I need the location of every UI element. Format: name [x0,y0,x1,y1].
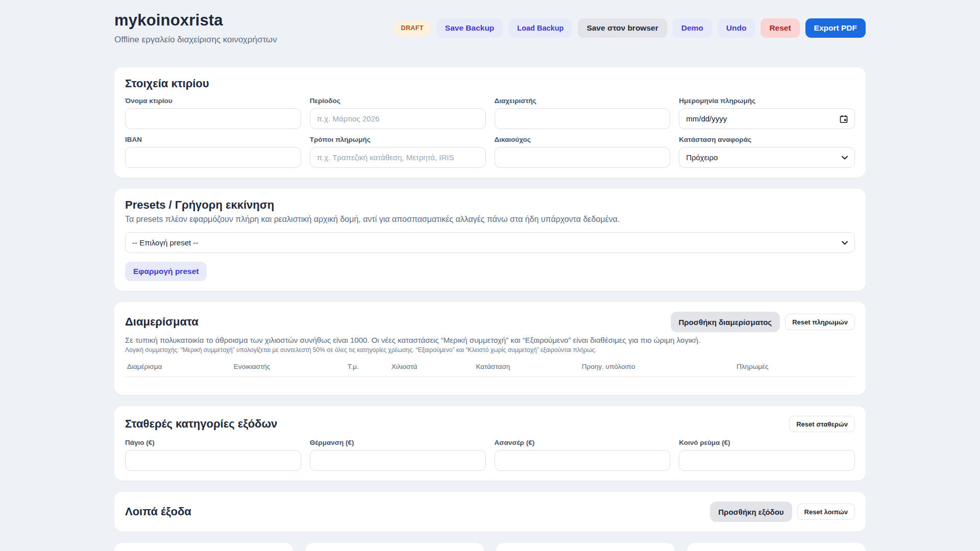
common-electricity-field: Κοινό ρεύμα (€) [679,439,855,471]
iban-input[interactable] [125,147,301,168]
payment-date-label: Ημερομηνία πληρωμής [679,97,855,105]
heating-input[interactable] [310,450,486,471]
apartments-head-buttons: Προσθήκη διαμερίσματος Reset πληρωμών [671,312,855,332]
building-card-title: Στοιχεία κτιρίου [125,77,855,90]
payment-date-value: mm/dd/yyyy [686,114,727,123]
reset-button[interactable]: Reset [761,18,799,38]
column-header-payments: Πληρωμές [734,361,855,377]
preset-select-value: -- Επιλογή preset -- [132,238,198,247]
fixed-expenses-card-head: Σταθερές κατηγορίες εξόδων Reset σταθερώ… [125,416,855,432]
elevator-field: Ασανσέρ (€) [495,439,671,471]
apartments-table-header-row: Διαμέρισμα Ενοικιαστής Τ.μ. Χιλιοστά Κατ… [125,361,855,377]
building-name-field: Όνομα κτιρίου [125,97,301,129]
app-header-text: mykoinoxrista Offline εργαλείο διαχείρισ… [114,11,277,45]
iban-field: IBAN [125,136,301,168]
fixed-expenses-card: Σταθερές κατηγορίες εξόδων Reset σταθερώ… [114,406,866,481]
summary-row: Διαμερίσματα 0 Λοιπά έξοδα 0 Σύνολο νέων… [114,543,866,551]
payment-date-input[interactable]: mm/dd/yyyy [679,108,855,129]
building-name-label: Όνομα κτιρίου [125,97,301,105]
load-backup-button[interactable]: Load Backup [508,18,572,38]
undo-button[interactable]: Undo [718,18,755,38]
column-header-sqm: Τ.μ. [346,361,389,377]
preset-select[interactable]: -- Επιλογή preset -- [125,232,855,253]
common-electricity-input[interactable] [679,450,855,471]
save-browser-button[interactable]: Save στον browser [578,18,667,38]
report-status-field: Κατάσταση αναφοράς Πρόχειρο [679,136,855,168]
page-container: mykoinoxrista Offline εργαλείο διαχείρισ… [114,0,866,551]
export-pdf-button[interactable]: Export PDF [805,18,866,38]
standing-charge-field: Πάγιο (€) [125,439,301,471]
standing-charge-label: Πάγιο (€) [125,439,301,446]
payment-date-field: Ημερομηνία πληρωμής mm/dd/yyyy [679,97,855,129]
chevron-down-icon [842,241,848,245]
building-details-card: Στοιχεία κτιρίου Όνομα κτιρίου Περίοδος … [114,67,866,178]
demo-button[interactable]: Demo [673,18,712,38]
fixed-expenses-card-title: Σταθερές κατηγορίες εξόδων [125,417,277,431]
manager-label: Διαχειριστής [495,97,671,105]
status-badge: DRAFT [394,20,430,36]
period-input[interactable] [310,108,486,129]
presets-card: Presets / Γρήγορη εκκίνηση Τα presets πλ… [114,189,866,291]
payment-methods-field: Τρόποι πληρωμής [310,136,486,168]
report-status-label: Κατάσταση αναφοράς [679,136,855,143]
heating-field: Θέρμανση (€) [310,439,486,471]
iban-label: IBAN [125,136,301,143]
add-expense-button[interactable]: Προσθήκη εξόδου [710,502,792,522]
add-apartment-button[interactable]: Προσθήκη διαμερίσματος [671,312,780,332]
period-field: Περίοδος [310,97,486,129]
column-header-prev-balance: Προηγ. υπόλοιπο [580,361,734,377]
fixed-expenses-grid: Πάγιο (€) Θέρμανση (€) Ασανσέρ (€) Κοινό… [125,432,855,471]
apartments-card-title: Διαμερίσματα [125,315,199,329]
apartments-table-empty-space [125,377,855,385]
manager-input[interactable] [495,108,671,129]
column-header-status: Κατάσταση [474,361,580,377]
payment-methods-input[interactable] [310,147,486,168]
page-subtitle: Offline εργαλείο διαχείρισης κοινοχρήστω… [114,35,277,45]
summary-card-total-thousandths: Σύνολο χιλιοστών 0 Συνήθως πρέπει να είν… [687,543,866,551]
presets-card-title: Presets / Γρήγορη εκκίνηση [125,198,855,212]
other-expenses-card-title: Λοιπά έξοδα [125,505,191,518]
beneficiary-field: Δικαιούχος [495,136,671,168]
report-status-value: Πρόχειρο [686,153,718,162]
apartments-card: Διαμερίσματα Προσθήκη διαμερίσματος Rese… [114,302,866,395]
reset-payments-button[interactable]: Reset πληρωμών [785,314,855,330]
building-name-input[interactable] [125,108,301,129]
standing-charge-input[interactable] [125,450,301,471]
column-header-tenant: Ενοικιαστής [232,361,346,377]
apartments-note: Λογική συμμετοχής: “Μερική συμμετοχή” υπ… [125,346,855,354]
apartments-table: Διαμέρισμα Ενοικιαστής Τ.μ. Χιλιοστά Κατ… [125,361,855,377]
summary-card-other-expenses: Λοιπά έξοδα 0 [305,543,484,551]
apartments-description: Σε τυπική πολυκατοικία το άθροισμα των χ… [125,336,855,344]
summary-card-total-charges: Σύνολο νέων χρεώσεων 0,00 € [496,543,675,551]
period-label: Περίοδος [310,97,486,105]
reset-other-button[interactable]: Reset λοιπών [797,504,855,520]
apply-preset-button[interactable]: Εφαρμογή preset [125,262,207,281]
app-header: mykoinoxrista Offline εργαλείο διαχείρισ… [114,11,866,45]
building-fields-grid: Όνομα κτιρίου Περίοδος Διαχειριστής Ημερ… [125,90,855,168]
chevron-down-icon [842,156,848,160]
other-expenses-card-head: Λοιπά έξοδα Προσθήκη εξόδου Reset λοιπών [125,502,855,522]
elevator-label: Ασανσέρ (€) [495,439,671,446]
payment-methods-label: Τρόποι πληρωμής [310,136,486,143]
summary-card-apartments: Διαμερίσματα 0 [114,543,293,551]
save-backup-button[interactable]: Save Backup [436,18,503,38]
elevator-input[interactable] [495,450,671,471]
other-expenses-head-buttons: Προσθήκη εξόδου Reset λοιπών [710,502,855,522]
other-expenses-card: Λοιπά έξοδα Προσθήκη εξόδου Reset λοιπών [114,492,866,532]
page-title: mykoinoxrista [114,11,277,30]
report-status-select[interactable]: Πρόχειρο [679,147,855,168]
reset-fixed-button[interactable]: Reset σταθερών [789,416,855,432]
calendar-icon [840,115,848,123]
column-header-thousandths: Χιλιοστά [389,361,474,377]
apartments-card-head: Διαμερίσματα Προσθήκη διαμερίσματος Rese… [125,312,855,332]
presets-description: Τα presets πλέον εφαρμόζουν πλήρη και ρε… [125,215,855,224]
beneficiary-label: Δικαιούχος [495,136,671,143]
header-actions: DRAFT Save Backup Load Backup Save στον … [394,18,866,38]
column-header-apartment: Διαμέρισμα [125,361,232,377]
beneficiary-input[interactable] [495,147,671,168]
heating-label: Θέρμανση (€) [310,439,486,446]
common-electricity-label: Κοινό ρεύμα (€) [679,439,855,446]
manager-field: Διαχειριστής [495,97,671,129]
